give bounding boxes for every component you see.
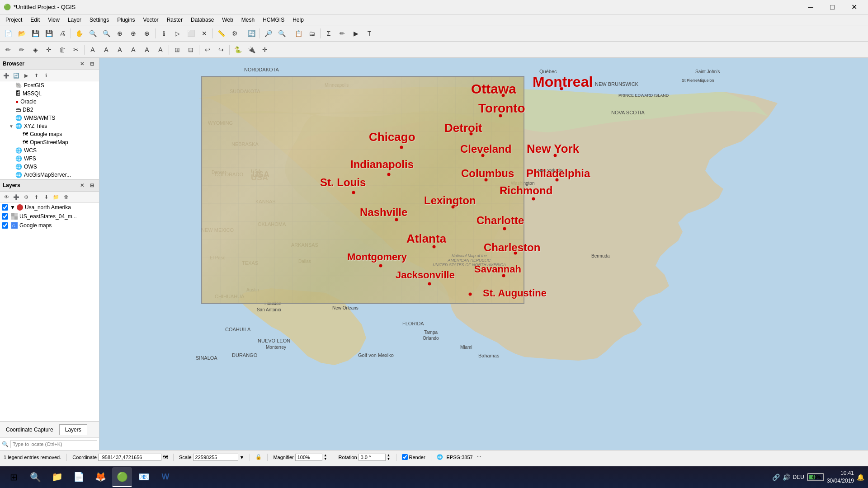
deselect-button[interactable]: ✕: [198, 27, 211, 40]
menu-item-raster[interactable]: Raster: [163, 16, 186, 24]
save-project-button[interactable]: 💾: [29, 27, 42, 40]
delete-btn[interactable]: 🗑: [56, 43, 69, 56]
refresh-button[interactable]: 🔄: [245, 27, 258, 40]
edit-btn[interactable]: ✏: [15, 43, 28, 56]
zoom-layer-button[interactable]: ⊕: [127, 27, 140, 40]
browser-item-osm[interactable]: 🗺 OpenStreetMap: [0, 138, 99, 146]
layers-float-btn[interactable]: ⊟: [87, 181, 96, 190]
python-btn[interactable]: 🐍: [231, 43, 244, 56]
browser-item-google-maps[interactable]: 🗺 Google maps: [0, 130, 99, 138]
minimize-button[interactable]: ─: [800, 0, 821, 14]
taskbar-firefox[interactable]: 🦊: [90, 467, 110, 487]
browser-item-wcs[interactable]: 🌐 WCS: [0, 146, 99, 155]
browser-refresh-btn[interactable]: 🔄: [12, 71, 21, 80]
identify-button[interactable]: ℹ: [157, 27, 170, 40]
node-btn[interactable]: ◈: [29, 43, 42, 56]
zoom-full-button[interactable]: ⊕: [113, 27, 126, 40]
taskbar-acrobat[interactable]: 📄: [69, 467, 89, 487]
coordinate-input[interactable]: [98, 454, 161, 461]
menu-item-layer[interactable]: Layer: [64, 16, 85, 24]
browser-item-mssql[interactable]: 🗄 MSSQL: [0, 89, 99, 98]
snap-btn[interactable]: ⊞: [171, 43, 184, 56]
browser-item-wfs[interactable]: 🌐 WFS: [0, 155, 99, 163]
browser-add-btn[interactable]: ➕: [2, 71, 11, 80]
plugin-btn[interactable]: 🔌: [245, 43, 258, 56]
zoom-in-button[interactable]: 🔍: [86, 27, 99, 40]
taskbar-qgis[interactable]: 🟢: [112, 467, 132, 487]
map-area[interactable]: NORDDAKOTA SUDDAKOTA WYOMING NEBRASKA CO…: [99, 58, 868, 450]
notifications-icon[interactable]: 🔔: [857, 474, 864, 481]
atlas-button[interactable]: 🗂: [306, 27, 318, 40]
speaker-icon[interactable]: 🔊: [783, 474, 790, 481]
label-tool-btn6[interactable]: A: [154, 43, 167, 56]
tab-coordinate-capture[interactable]: Coordinate Capture: [0, 424, 59, 435]
menu-item-plugins[interactable]: Plugins: [113, 16, 138, 24]
taskbar-word[interactable]: W: [156, 467, 175, 487]
print-button[interactable]: 🖨: [56, 27, 69, 40]
taskbar-file-explorer[interactable]: 📁: [47, 467, 67, 487]
layer-visibility-btn[interactable]: 👁: [2, 192, 11, 202]
layer-check-usa[interactable]: [2, 204, 8, 211]
browser-item-arcgis[interactable]: 🌐 ArcGisMapServer...: [0, 171, 99, 179]
menu-item-help[interactable]: Help: [289, 16, 307, 24]
browser-item-db2[interactable]: 🗃 DB2: [0, 106, 99, 114]
redo-btn[interactable]: ↪: [215, 43, 227, 56]
label-tool-btn[interactable]: A: [86, 43, 99, 56]
pan-button[interactable]: ✋: [73, 27, 85, 40]
menu-item-hcmgis[interactable]: HCMGIS: [259, 16, 288, 24]
layer-item-usa[interactable]: ▼ Usa_north Amerika: [0, 203, 99, 212]
search-button[interactable]: 🔍: [25, 467, 45, 487]
compass-btn[interactable]: ✛: [259, 43, 271, 56]
layer-check-us-east[interactable]: [2, 213, 8, 220]
cut-btn[interactable]: ✂: [70, 43, 82, 56]
menu-item-vector[interactable]: Vector: [140, 16, 162, 24]
layers-close-btn[interactable]: ✕: [77, 181, 86, 190]
open-project-button[interactable]: 📂: [15, 27, 28, 40]
browser-item-wms[interactable]: 🌐 WMS/WMTS: [0, 114, 99, 122]
browser-options-btn[interactable]: ℹ: [42, 71, 51, 80]
zoom-in-map[interactable]: 🔎: [262, 27, 274, 40]
taskbar-time[interactable]: 10:41 30/04/2019: [827, 469, 854, 485]
browser-item-oracle[interactable]: ● Oracle: [0, 98, 99, 106]
browser-item-postgis[interactable]: 🐘 PostGIS: [0, 81, 99, 89]
layer-group-btn[interactable]: 📁: [52, 192, 61, 202]
zoom-out-map[interactable]: 🔍: [275, 27, 288, 40]
menu-item-view[interactable]: View: [44, 16, 63, 24]
layer-up-btn[interactable]: ⬆: [32, 192, 41, 202]
layer-item-google[interactable]: G Google maps: [0, 221, 99, 230]
network-icon[interactable]: 🔗: [772, 474, 780, 481]
statistics-button[interactable]: Σ: [322, 27, 335, 40]
layer-add-btn[interactable]: ➕: [12, 192, 21, 202]
layer-properties-button[interactable]: ⚙: [228, 27, 241, 40]
tab-layers[interactable]: Layers: [59, 424, 87, 435]
browser-item-xyz[interactable]: ▼ 🌐 XYZ Tiles: [0, 122, 99, 130]
lock-icon[interactable]: 🔓: [255, 454, 262, 460]
layer-check-google[interactable]: [2, 222, 8, 229]
taskbar-email[interactable]: 📧: [134, 467, 154, 487]
rotation-input[interactable]: [359, 454, 386, 461]
label-tool-btn5[interactable]: A: [141, 43, 153, 56]
layout-manager-button[interactable]: 📋: [292, 27, 305, 40]
menu-item-mesh[interactable]: Mesh: [238, 16, 258, 24]
layer-item-us-east[interactable]: US_eastStates_04_m...: [0, 212, 99, 221]
browser-float-btn[interactable]: ⊟: [87, 59, 96, 68]
menu-item-project[interactable]: Project: [2, 16, 26, 24]
browser-filter-btn[interactable]: ⬆: [32, 71, 41, 80]
menu-item-settings[interactable]: Settings: [86, 16, 113, 24]
menu-item-web[interactable]: Web: [218, 16, 236, 24]
coordinate-icon[interactable]: 🗺: [163, 455, 168, 460]
battery-indicator[interactable]: 43%: [807, 473, 824, 481]
layer-filter-btn[interactable]: ⚙: [22, 192, 31, 202]
topology-btn[interactable]: ⊟: [184, 43, 197, 56]
menu-item-edit[interactable]: Edit: [27, 16, 43, 24]
zoom-selection-button[interactable]: ⊕: [141, 27, 153, 40]
menu-item-database[interactable]: Database: [187, 16, 217, 24]
move-btn[interactable]: ✛: [42, 43, 55, 56]
label-tool-btn3[interactable]: A: [113, 43, 126, 56]
field-calc-button[interactable]: ✏: [336, 27, 349, 40]
new-project-button[interactable]: 📄: [2, 27, 14, 40]
browser-item-ows[interactable]: 🌐 OWS: [0, 163, 99, 171]
digitize-btn[interactable]: ✏: [2, 43, 14, 56]
layer-down-btn[interactable]: ⬇: [42, 192, 51, 202]
close-button[interactable]: ✕: [844, 0, 864, 14]
